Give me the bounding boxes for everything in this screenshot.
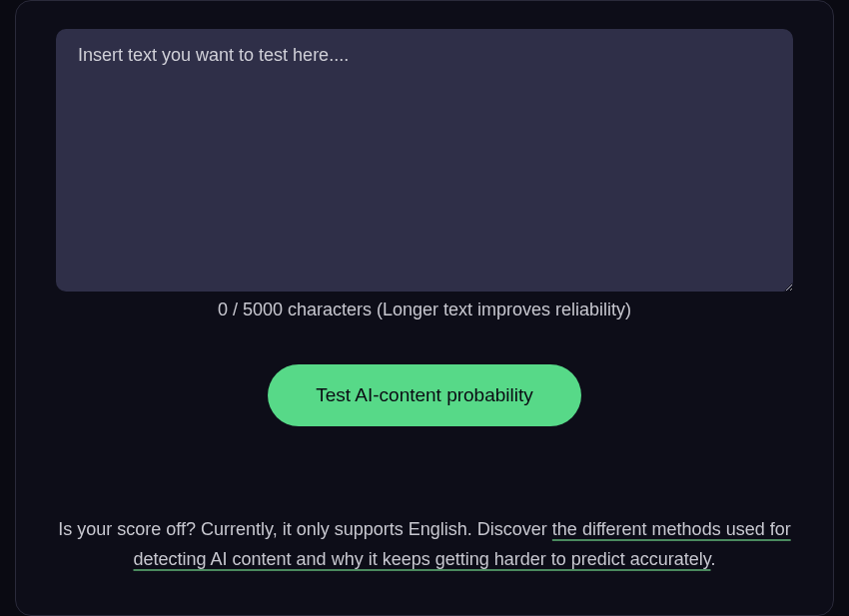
test-button[interactable]: Test AI-content probability: [268, 364, 581, 426]
text-input[interactable]: [56, 29, 793, 292]
help-prefix: Is your score off? Currently, it only su…: [58, 519, 552, 539]
ai-detector-card: 0 / 5000 characters (Longer text improve…: [15, 0, 834, 616]
character-counter: 0 / 5000 characters (Longer text improve…: [218, 300, 631, 320]
help-text: Is your score off? Currently, it only su…: [56, 514, 793, 575]
help-suffix: .: [711, 549, 716, 569]
